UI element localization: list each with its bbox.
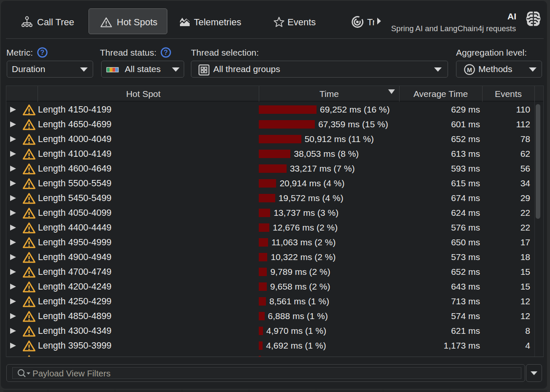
svg-text:?: ? (164, 49, 168, 56)
svg-text:?: ? (40, 49, 45, 56)
svg-text:M: M (467, 67, 472, 73)
